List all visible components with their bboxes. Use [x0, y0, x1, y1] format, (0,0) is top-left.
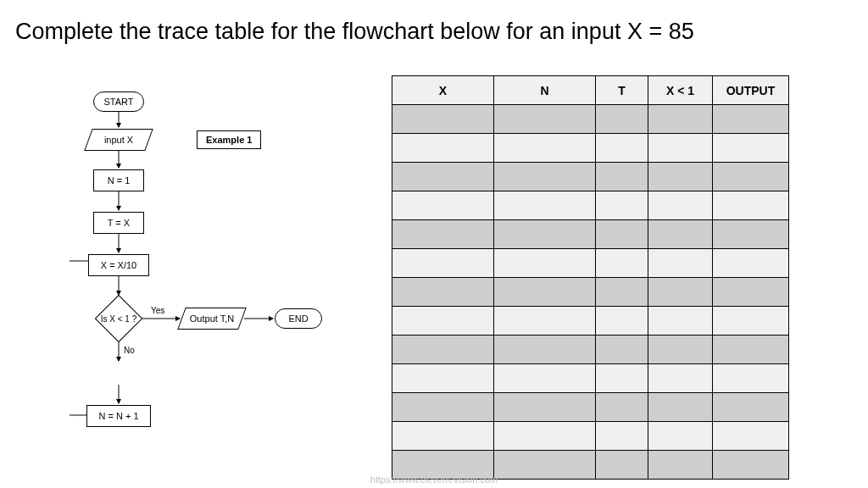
table-cell — [392, 364, 494, 393]
end-node: END — [275, 308, 322, 329]
table-cell — [596, 134, 648, 163]
table-cell — [596, 191, 648, 220]
table-cell — [648, 134, 713, 163]
output-node: Output T,N — [181, 308, 242, 330]
table-cell — [648, 278, 713, 307]
header-cond: X < 1 — [648, 76, 713, 105]
table-cell — [494, 336, 596, 364]
table-row — [392, 336, 789, 364]
table-cell — [713, 134, 789, 163]
table-row — [392, 134, 789, 163]
header-n: N — [494, 76, 596, 105]
table-cell — [494, 220, 596, 249]
table-cell — [494, 393, 596, 422]
table-cell — [494, 451, 596, 480]
table-cell — [713, 451, 789, 480]
table-cell — [596, 278, 648, 307]
table-cell — [494, 163, 596, 191]
table-cell — [596, 364, 648, 393]
footer-url: https://www.cleverrevision.com — [370, 474, 498, 485]
table-cell — [392, 393, 494, 422]
table-row — [392, 249, 789, 278]
table-cell — [494, 278, 596, 307]
t-assign-node: T = X — [93, 212, 144, 234]
no-label: No — [124, 346, 135, 355]
table-cell — [596, 163, 648, 191]
table-header-row: X N T X < 1 OUTPUT — [392, 76, 789, 105]
table-cell — [713, 220, 789, 249]
input-node: input X — [88, 129, 149, 151]
table-cell — [648, 451, 713, 480]
table-row — [392, 307, 789, 336]
table-cell — [648, 105, 713, 134]
n-increment-node: N = N + 1 — [86, 405, 151, 427]
table-cell — [648, 163, 713, 191]
table-row — [392, 163, 789, 191]
table-cell — [392, 249, 494, 278]
table-cell — [494, 249, 596, 278]
table-cell — [596, 393, 648, 422]
decision-node: Is X < 1 ? — [95, 295, 142, 342]
table-cell — [596, 307, 648, 336]
table-cell — [713, 307, 789, 336]
table-cell — [392, 278, 494, 307]
table-cell — [713, 278, 789, 307]
header-output: OUTPUT — [713, 76, 789, 105]
header-t: T — [596, 76, 648, 105]
table-cell — [596, 336, 648, 364]
table-row — [392, 422, 789, 451]
table-cell — [713, 105, 789, 134]
table-cell — [648, 393, 713, 422]
table-cell — [596, 249, 648, 278]
table-cell — [648, 422, 713, 451]
table-cell — [713, 422, 789, 451]
table-cell — [648, 220, 713, 249]
table-cell — [392, 422, 494, 451]
table-row — [392, 393, 789, 422]
start-node: START — [93, 92, 144, 112]
table-cell — [713, 191, 789, 220]
table-row — [392, 364, 789, 393]
page-title: Complete the trace table for the flowcha… — [15, 19, 694, 45]
x-divide-node: X = X/10 — [88, 254, 149, 276]
table-cell — [392, 134, 494, 163]
table-cell — [494, 191, 596, 220]
table-cell — [648, 191, 713, 220]
table-cell — [392, 105, 494, 134]
table-cell — [392, 220, 494, 249]
table-cell — [596, 451, 648, 480]
example-label: Example 1 — [197, 130, 261, 149]
trace-table: X N T X < 1 OUTPUT — [392, 75, 789, 480]
table-row — [392, 278, 789, 307]
table-cell — [494, 134, 596, 163]
table-row — [392, 191, 789, 220]
table-cell — [648, 249, 713, 278]
table-cell — [494, 307, 596, 336]
table-cell — [596, 220, 648, 249]
flowchart-diagram: START input X N = 1 T = X X = X/10 Is X … — [70, 92, 375, 456]
table-cell — [596, 422, 648, 451]
table-cell — [494, 364, 596, 393]
table-cell — [713, 163, 789, 191]
table-cell — [648, 364, 713, 393]
table-row — [392, 220, 789, 249]
header-x: X — [392, 76, 494, 105]
table-cell — [392, 191, 494, 220]
table-cell — [494, 105, 596, 134]
table-cell — [713, 364, 789, 393]
table-cell — [494, 422, 596, 451]
table-cell — [392, 163, 494, 191]
table-cell — [713, 249, 789, 278]
table-cell — [392, 307, 494, 336]
yes-label: Yes — [151, 306, 164, 315]
table-cell — [713, 393, 789, 422]
table-cell — [713, 336, 789, 364]
table-cell — [392, 336, 494, 364]
table-cell — [648, 307, 713, 336]
n-init-node: N = 1 — [93, 169, 144, 191]
table-row — [392, 105, 789, 134]
table-cell — [596, 105, 648, 134]
table-cell — [648, 336, 713, 364]
